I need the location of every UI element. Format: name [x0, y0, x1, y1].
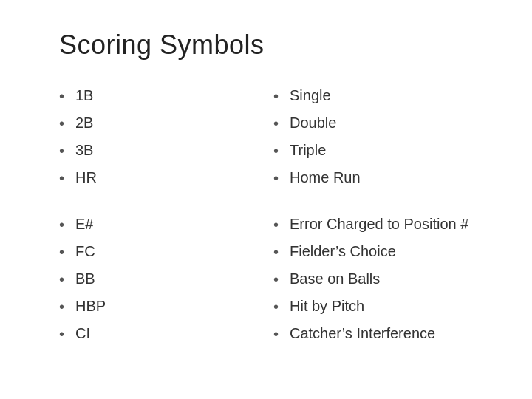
page-title: Scoring Symbols — [59, 30, 488, 61]
list-item: •Fielder’s Choice — [273, 240, 488, 263]
bullet-icon: • — [273, 267, 290, 290]
bullet-icon: • — [59, 84, 75, 107]
list-item: •FC — [59, 240, 273, 263]
list-item: •2B — [59, 112, 273, 134]
item-abbr: BB — [75, 267, 95, 290]
item-label: Single — [290, 84, 331, 106]
bullet-icon: • — [59, 139, 75, 162]
hits-left-column: •1B•2B•3B•HR — [59, 84, 273, 189]
list-item: •CI — [59, 322, 273, 345]
bullet-icon: • — [59, 166, 75, 189]
bullet-icon: • — [273, 322, 290, 345]
item-abbr: FC — [75, 240, 95, 262]
list-item: •Error Charged to Position # — [273, 213, 488, 236]
page: Scoring Symbols •1B•2B•3B•HR •Single•Dou… — [0, 0, 532, 399]
item-abbr: HBP — [75, 295, 106, 317]
bullet-icon: • — [59, 213, 75, 236]
section-other: •E#•FC•BB•HBP•CI •Error Charged to Posit… — [59, 213, 488, 345]
item-abbr: HR — [75, 166, 97, 188]
item-abbr: 2B — [75, 112, 93, 134]
item-abbr: 3B — [75, 139, 93, 161]
list-item: •BB — [59, 267, 273, 290]
bullet-icon: • — [59, 267, 75, 290]
bullet-icon: • — [273, 84, 290, 107]
list-item: •E# — [59, 213, 273, 236]
bullet-icon: • — [59, 322, 75, 345]
item-label: Base on Balls — [290, 267, 380, 290]
bullet-icon: • — [273, 213, 290, 236]
bullet-icon: • — [59, 295, 75, 318]
list-item: •Home Run — [273, 166, 488, 189]
content-area: •1B•2B•3B•HR •Single•Double•Triple•Home … — [59, 84, 488, 369]
list-item: •HBP — [59, 295, 273, 318]
item-label: Hit by Pitch — [290, 295, 364, 317]
list-item: •Hit by Pitch — [273, 295, 488, 318]
item-label: Home Run — [290, 166, 361, 188]
section-hits: •1B•2B•3B•HR •Single•Double•Triple•Home … — [59, 84, 488, 189]
hits-right-column: •Single•Double•Triple•Home Run — [273, 84, 488, 189]
bullet-icon: • — [273, 295, 290, 318]
item-label: Double — [290, 112, 336, 134]
item-label: Fielder’s Choice — [290, 240, 396, 262]
list-item: •Double — [273, 112, 488, 134]
item-label: Triple — [290, 139, 326, 161]
bullet-icon: • — [273, 240, 290, 263]
list-item: •3B — [59, 139, 273, 162]
item-abbr: CI — [75, 322, 90, 344]
item-label: Error Charged to Position # — [290, 213, 468, 235]
item-abbr: 1B — [75, 84, 93, 106]
bullet-icon: • — [273, 139, 290, 162]
list-item: •Base on Balls — [273, 267, 488, 290]
other-left-column: •E#•FC•BB•HBP•CI — [59, 213, 273, 345]
bullet-icon: • — [59, 112, 75, 134]
list-item: •HR — [59, 166, 273, 189]
bullet-icon: • — [59, 240, 75, 263]
item-label: Catcher’s Interference — [290, 322, 435, 344]
other-right-column: •Error Charged to Position #•Fielder’s C… — [273, 213, 488, 345]
list-item: •1B — [59, 84, 273, 107]
bullet-icon: • — [273, 112, 290, 134]
list-item: •Catcher’s Interference — [273, 322, 488, 345]
item-abbr: E# — [75, 213, 93, 235]
list-item: •Triple — [273, 139, 488, 162]
list-item: •Single — [273, 84, 488, 107]
bullet-icon: • — [273, 166, 290, 189]
